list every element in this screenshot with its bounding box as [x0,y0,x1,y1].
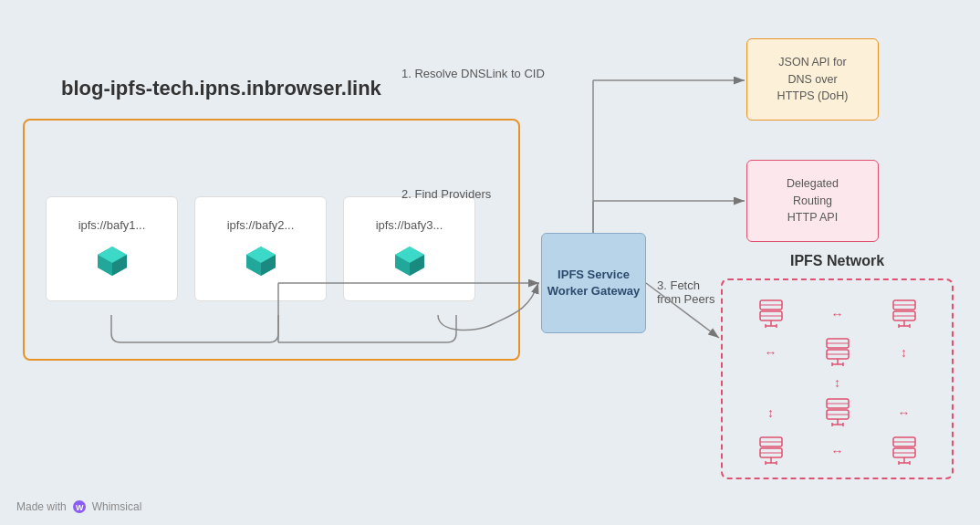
server-icon [891,299,917,330]
v-arrow-spacer1 [741,375,800,390]
network-cell [741,299,800,330]
footer-brand: Whimsical [92,500,142,513]
footer: Made with W Whimsical [16,499,141,514]
file-card-2-label: ipfs://bafy2... [227,218,295,232]
diagram-container: blog-ipfs-tech.ipns.inbrowser.link ipfs:… [0,0,980,525]
v-arrow-1: ↕ [874,337,933,368]
file-card-3-label: ipfs://bafy3... [376,218,443,232]
network-cell-3 [808,337,867,368]
network-cell-2 [874,299,933,330]
cube-icon-3 [391,243,428,279]
network-cell-5 [741,436,800,467]
cube-icon-2 [243,243,279,279]
file-card-1: ipfs://bafy1... [46,196,178,301]
whimsical-logo-icon: W [72,499,87,514]
json-api-label: JSON API forDNS overHTTPS (DoH) [777,54,849,105]
cube-icon-1 [94,243,130,279]
server-icon [758,299,784,330]
outer-box-label: blog-ipfs-tech.ipns.inbrowser.link [61,77,381,100]
server-icon [825,337,850,368]
file-cards-row: ipfs://bafy1... ipfs://bafy2... [46,196,475,301]
delegated-routing-box: DelegatedRoutingHTTP API [746,160,879,242]
json-api-box: JSON API forDNS overHTTPS (DoH) [746,38,879,121]
network-grid: ↔ ↔ [730,288,944,470]
network-cell-arrow-h3: ↔ [874,397,933,428]
v-arrow-3: ↕ [741,397,800,428]
step-2-label: 2. Find Providers [401,187,491,201]
file-card-2: ipfs://bafy2... [194,196,327,301]
network-cell-arrow-h2: ↔ [741,337,800,368]
delegated-label: DelegatedRoutingHTTP API [787,175,839,226]
network-label: IPFS Network [790,253,884,269]
server-icon [825,397,850,428]
v-arrow-spacer2 [874,375,933,390]
gateway-label: IPFS Service Worker Gateway [542,267,645,299]
file-card-1-label: ipfs://bafy1... [78,218,146,232]
gateway-box: IPFS Service Worker Gateway [541,233,646,333]
v-arrow-2: ↕ [808,375,867,390]
step-1-label: 1. Resolve DNSLink to CID [401,67,545,80]
file-card-3: ipfs://bafy3... [343,196,475,301]
footer-made-with: Made with [16,500,67,513]
network-cell-arrow-h4: ↔ [808,436,867,467]
network-cell-4 [808,397,867,428]
server-icon [891,436,917,467]
network-cell-6 [874,436,933,467]
svg-text:W: W [76,503,84,512]
network-cell-arrow-h1: ↔ [808,299,867,330]
server-icon [758,436,784,467]
step-3-label: 3. Fetchfrom Peers [657,278,715,306]
